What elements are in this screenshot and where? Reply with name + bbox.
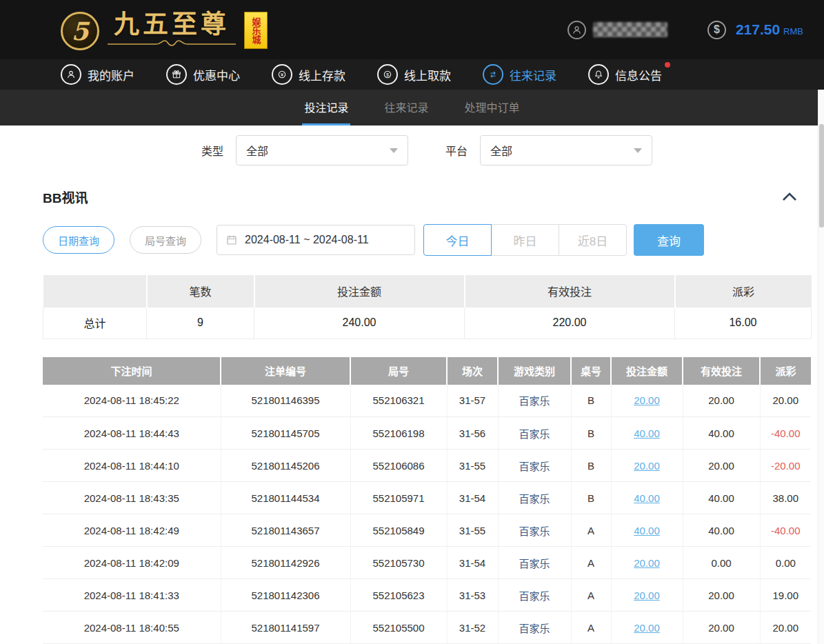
last-8-days-button[interactable]: 近8日: [559, 224, 627, 256]
bet-table-body: 2024-08-11 18:45:22521801146395552106321…: [43, 385, 811, 644]
table-cell: B: [571, 385, 611, 417]
nav-item-withdraw[interactable]: $ 线上取款: [377, 64, 451, 85]
table-cell: A: [571, 579, 611, 612]
bet-amount-link[interactable]: 40.00: [634, 492, 660, 504]
logo-coin-icon: 5: [61, 12, 99, 50]
transfer-arrows-icon: [483, 64, 503, 85]
chevron-up-icon: [782, 192, 797, 201]
nav-item-transaction-records[interactable]: 往来记录: [483, 64, 556, 85]
nav-label: 线上取款: [404, 66, 451, 83]
table-cell: 31-56: [447, 417, 498, 450]
table-row: 2024-08-11 18:45:22521801146395552106321…: [43, 385, 811, 417]
scrollbar-thumb[interactable]: [819, 124, 824, 228]
main-content: 类型 全部 平台 全部 BB视讯 日期查询 局号查询: [0, 135, 824, 644]
date-query-button[interactable]: 日期查询: [43, 226, 114, 254]
chevron-down-icon: [390, 148, 398, 153]
bet-amount-link[interactable]: 20.00: [634, 394, 660, 406]
summary-total-count: 9: [147, 307, 254, 339]
table-cell: 552106321: [350, 385, 447, 417]
table-cell: 百家乐: [498, 547, 571, 579]
platform-filter-label: 平台: [445, 142, 468, 159]
table-cell: 40.00: [611, 417, 683, 450]
table-cell: 521801141597: [221, 612, 350, 644]
table-cell: 31-57: [447, 385, 498, 417]
table-cell: 20.00: [611, 547, 683, 579]
column-header: 派彩: [760, 357, 811, 385]
table-cell: 百家乐: [498, 514, 571, 547]
nav-item-deposit[interactable]: ¥ 线上存款: [272, 64, 345, 85]
bet-amount-link[interactable]: 40.00: [634, 525, 660, 536]
query-controls: 日期查询 局号查询 2024-08-11 ~ 2024-08-11 今日 昨日 …: [43, 224, 811, 256]
today-button[interactable]: 今日: [423, 224, 492, 256]
table-cell: 2024-08-11 18:43:35: [43, 482, 221, 514]
tab-bar: 投注记录 往来记录 处理中订单: [0, 90, 824, 125]
nav-item-my-account[interactable]: 我的账户: [61, 64, 134, 85]
table-cell: 521801145705: [221, 417, 350, 450]
table-cell: 19.00: [760, 579, 811, 612]
table-cell: B: [571, 417, 611, 450]
summary-header-count: 笔数: [147, 275, 254, 307]
type-filter-value: 全部: [246, 142, 268, 159]
table-cell: 2024-08-11 18:42:09: [43, 547, 221, 579]
table-cell: 百家乐: [498, 417, 571, 450]
filter-row: 类型 全部 平台 全部: [43, 135, 811, 165]
table-row: 2024-08-11 18:44:10521801145206552106086…: [43, 450, 811, 482]
collapse-section-button[interactable]: [782, 192, 797, 201]
date-range-input[interactable]: 2024-08-11 ~ 2024-08-11: [217, 225, 415, 255]
bet-amount-link[interactable]: 20.00: [634, 557, 660, 569]
yesterday-button[interactable]: 昨日: [491, 224, 559, 256]
column-header: 注单编号: [221, 357, 350, 385]
table-cell: -40.00: [760, 417, 811, 450]
bet-table-head-row: 下注时间注单编号局号场次游戏类别桌号投注金额有效投注派彩: [43, 357, 811, 385]
table-cell: 521801144534: [221, 482, 350, 514]
notification-dot: [665, 62, 670, 68]
platform-filter-select[interactable]: 全部: [480, 135, 652, 165]
user-avatar-icon[interactable]: [567, 21, 586, 39]
bet-amount-link[interactable]: 40.00: [634, 427, 660, 439]
bet-amount-link[interactable]: 20.00: [634, 590, 660, 601]
type-filter-select[interactable]: 全部: [236, 135, 408, 165]
deposit-coin-icon: ¥: [272, 64, 292, 85]
table-cell: 0.00: [683, 547, 760, 579]
table-row: 2024-08-11 18:43:35521801144534552105971…: [43, 482, 811, 514]
table-cell: 百家乐: [498, 482, 571, 514]
calendar-icon: [225, 234, 238, 246]
brand-name: 九五至尊: [114, 9, 230, 39]
nav-item-promotions[interactable]: 优惠中心: [166, 64, 240, 85]
nav-label: 信息公告: [615, 66, 662, 83]
table-cell: 552105730: [350, 547, 447, 579]
summary-header-bet-amount: 投注金额: [254, 275, 465, 307]
scrollbar[interactable]: [818, 90, 824, 644]
table-cell: -20.00: [760, 450, 811, 482]
table-cell: 百家乐: [498, 612, 571, 644]
tab-bet-records[interactable]: 投注记录: [302, 90, 350, 125]
table-cell: 20.00: [611, 385, 683, 417]
table-cell: 40.00: [683, 514, 760, 547]
top-header: 5 九五至尊 娱乐城 $ 217.50 RMB: [0, 0, 824, 59]
search-button[interactable]: 查询: [634, 224, 704, 256]
chevron-down-icon: [634, 148, 642, 153]
bet-amount-link[interactable]: 20.00: [634, 460, 660, 472]
table-cell: 0.00: [760, 547, 811, 579]
table-cell: 552105971: [350, 482, 447, 514]
bet-amount-link[interactable]: 20.00: [634, 622, 660, 634]
tab-processing-orders[interactable]: 处理中订单: [463, 90, 522, 125]
brand-logo[interactable]: 5 九五至尊 娱乐城: [61, 9, 268, 50]
tab-transaction-records[interactable]: 往来记录: [382, 90, 430, 125]
table-cell: 百家乐: [498, 579, 571, 612]
nav-item-announcements[interactable]: 信息公告: [588, 64, 662, 85]
table-cell: 38.00: [760, 482, 811, 514]
bet-records-table: 下注时间注单编号局号场次游戏类别桌号投注金额有效投注派彩 2024-08-11 …: [43, 357, 811, 644]
username-blurred: [593, 22, 667, 37]
column-header: 下注时间: [43, 357, 221, 385]
table-cell: 521801143657: [221, 514, 350, 547]
user-icon: [61, 64, 81, 85]
table-cell: 521801146395: [221, 385, 350, 417]
brand-block: 九五至尊: [106, 9, 237, 49]
round-query-button[interactable]: 局号查询: [130, 226, 201, 254]
table-cell: 40.00: [683, 482, 760, 514]
table-cell: A: [571, 547, 611, 579]
table-cell: 31-54: [447, 547, 498, 579]
gift-icon: [166, 64, 187, 85]
table-cell: 百家乐: [498, 450, 571, 482]
